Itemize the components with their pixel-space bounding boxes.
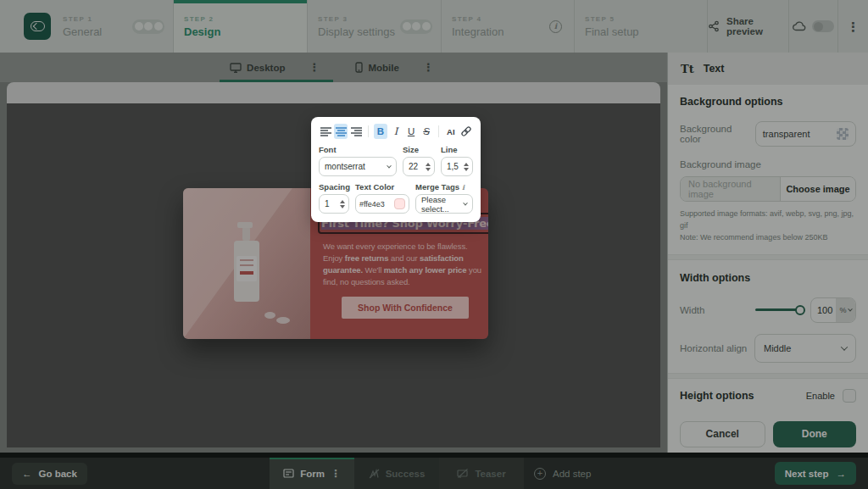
text-color-label: Text Color — [355, 182, 409, 192]
line-height-input[interactable]: 1,5 — [441, 157, 473, 176]
size-label: Size — [403, 145, 435, 154]
italic-button[interactable]: I — [389, 124, 403, 139]
spacing-label: Spacing — [319, 182, 349, 192]
line-height-label: Line — [441, 145, 473, 154]
align-right-button[interactable] — [349, 124, 363, 139]
align-center-button[interactable] — [334, 124, 348, 139]
text-format-toolbar: B I U S AI Font montserrat — [311, 117, 481, 222]
stepper-arrows[interactable] — [340, 200, 345, 208]
merge-tags-label: Merge Tags i — [415, 182, 473, 192]
toolbar-separator — [368, 125, 369, 137]
chevron-down-icon — [387, 163, 392, 168]
font-size-input[interactable]: 22 — [403, 157, 435, 176]
underline-button[interactable]: U — [404, 124, 418, 139]
stepper-arrows[interactable] — [464, 163, 469, 171]
align-left-button[interactable] — [319, 124, 332, 139]
ai-button[interactable]: AI — [444, 124, 458, 139]
toolbar-separator — [438, 125, 439, 137]
chevron-down-icon — [463, 200, 468, 205]
stepper-arrows[interactable] — [426, 163, 431, 171]
color-swatch[interactable] — [394, 198, 405, 209]
font-select[interactable]: montserrat — [319, 157, 397, 176]
merge-tags-select[interactable]: Please select... — [415, 194, 473, 214]
font-label: Font — [319, 145, 397, 154]
editor-app: STEP 1 General STEP 2 Design STEP 3 Disp… — [0, 0, 868, 489]
text-color-input[interactable]: #ffe4e3 — [355, 194, 409, 214]
modal-dim-overlay — [0, 0, 868, 489]
info-icon: i — [462, 183, 465, 192]
strikethrough-button[interactable]: S — [420, 124, 433, 139]
bold-button[interactable]: B — [374, 124, 387, 139]
link-icon[interactable] — [459, 124, 473, 139]
spacing-input[interactable]: 1 — [319, 194, 349, 214]
